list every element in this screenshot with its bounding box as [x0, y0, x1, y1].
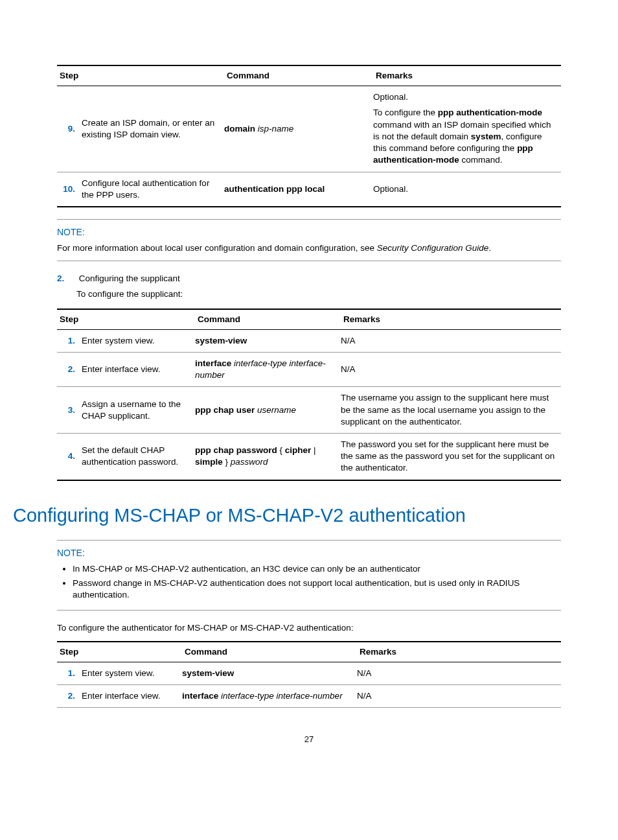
th-step: Step [57, 65, 224, 86]
step-desc: Enter interface view. [82, 685, 182, 708]
step-desc: Configure local authentication for the P… [82, 172, 224, 207]
th-command: Command [182, 642, 357, 662]
section-heading: Configuring MS-CHAP or MS-CHAP-V2 authen… [13, 503, 561, 528]
step-command: domain isp-name [224, 86, 373, 172]
th-command: Command [195, 309, 341, 330]
table-authenticator-continued: Step Command Remarks 9. Create an ISP do… [57, 65, 561, 207]
step-remarks: The username you assign to the supplican… [341, 387, 561, 434]
step-desc: Enter system view. [82, 329, 195, 352]
th-remarks: Remarks [373, 65, 561, 86]
step-command: authentication ppp local [224, 172, 373, 207]
step-desc: Enter interface view. [82, 352, 195, 386]
th-step: Step [57, 309, 195, 330]
step-command: interface interface-type interface-numbe… [195, 352, 341, 386]
table-row: 1. Enter system view. system-view N/A [57, 329, 561, 352]
step-number: 2. [57, 352, 82, 386]
step-remarks: The password you set for the supplicant … [341, 434, 561, 480]
note-list: In MS-CHAP or MS-CHAP-V2 authentication,… [57, 563, 561, 601]
step-command: ppp chap user username [195, 387, 341, 434]
step-command: interface interface-type interface-numbe… [182, 685, 357, 708]
th-remarks: Remarks [341, 309, 561, 330]
step-remarks: N/A [357, 662, 561, 684]
note-box: NOTE: In MS-CHAP or MS-CHAP-V2 authentic… [57, 540, 561, 611]
step-title: Configuring the supplicant [79, 274, 180, 283]
note-text: For more information about local user co… [57, 242, 561, 254]
note-list-item: Password change in MS-CHAP-V2 authentica… [73, 578, 561, 601]
step-command: system-view [182, 662, 357, 684]
step-number: 4. [57, 434, 82, 480]
step-desc: Assign a username to the CHAP supplicant… [82, 387, 195, 434]
note-label: NOTE: [57, 547, 561, 559]
step-desc: Enter system view. [82, 662, 182, 684]
page-number: 27 [57, 734, 561, 745]
note-list-item: In MS-CHAP or MS-CHAP-V2 authentication,… [73, 563, 561, 575]
table-row: 3. Assign a username to the CHAP supplic… [57, 387, 561, 434]
step-number: 3. [57, 387, 82, 434]
step-command: ppp chap password { cipher | simple } pa… [195, 434, 341, 480]
th-command: Command [224, 65, 373, 86]
table-row: 1. Enter system view. system-view N/A [57, 662, 561, 684]
note-box: NOTE: For more information about local u… [57, 219, 561, 261]
step-remarks: N/A [341, 352, 561, 386]
step-command: system-view [195, 329, 341, 352]
step-number: 2. [57, 685, 82, 708]
step-number: 2. [57, 273, 76, 285]
table-row: 2. Enter interface view. interface inter… [57, 685, 561, 708]
th-remarks: Remarks [357, 642, 561, 662]
step-remarks: Optional. To configure the ppp authentic… [373, 86, 561, 172]
table-row: 9. Create an ISP domain, or enter an exi… [57, 86, 561, 172]
step-number: 9. [57, 86, 82, 172]
step-remarks: Optional. [373, 172, 561, 207]
step-number: 1. [57, 662, 82, 684]
table-row: 2. Enter interface view. interface inter… [57, 352, 561, 386]
step-subtext: To configure the supplicant: [76, 288, 561, 300]
step-number: 10. [57, 172, 82, 207]
step-desc: Create an ISP domain, or enter an existi… [82, 86, 224, 172]
table-supplicant: Step Command Remarks 1. Enter system vie… [57, 309, 561, 481]
note-label: NOTE: [57, 226, 561, 239]
step-remarks: N/A [341, 329, 561, 352]
step-desc: Set the default CHAP authentication pass… [82, 434, 195, 480]
procedure-step: 2. Configuring the supplicant [57, 273, 561, 285]
step-remarks: N/A [357, 685, 561, 708]
table-row: 10. Configure local authentication for t… [57, 172, 561, 207]
table-row: 4. Set the default CHAP authentication p… [57, 434, 561, 480]
th-step: Step [57, 642, 182, 662]
table-mschap-authenticator: Step Command Remarks 1. Enter system vie… [57, 641, 561, 708]
intro-text: To configure the authenticator for MS-CH… [57, 622, 561, 634]
step-number: 1. [57, 329, 82, 352]
